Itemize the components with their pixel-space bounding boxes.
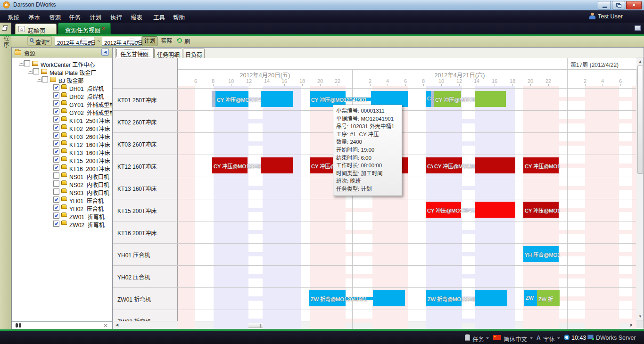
- tree-item[interactable]: YH02 压合机: [12, 204, 112, 212]
- gantt-task-bar[interactable]: [373, 290, 405, 306]
- gantt-task-bar[interactable]: CY 冲: [426, 157, 433, 173]
- gantt-task-bar[interactable]: [475, 157, 515, 173]
- tree-item[interactable]: KT16 200T冲床: [12, 164, 112, 172]
- tree-item[interactable]: YH01 压合机: [12, 196, 112, 204]
- scroll-down-icon[interactable]: ▼: [636, 313, 644, 320]
- gantt-task-bar[interactable]: [261, 157, 293, 173]
- gantt-row-label[interactable]: KT02 260T冲床: [113, 110, 177, 132]
- menu-item-9[interactable]: 帮助: [173, 13, 185, 22]
- tree-item[interactable]: ZW02 折弯机: [12, 220, 112, 228]
- tree-checkbox[interactable]: [53, 188, 59, 195]
- tree-item[interactable]: KT12 160T冲床: [12, 139, 112, 147]
- tree-checkbox[interactable]: [53, 213, 59, 219]
- tree-checkbox[interactable]: [53, 156, 59, 163]
- menu-item-4[interactable]: 任务: [69, 13, 81, 22]
- tree-checkbox[interactable]: [53, 221, 59, 227]
- tree-checkbox[interactable]: [53, 205, 59, 211]
- gantt-task-bar[interactable]: CY 冲压@MO1: [523, 157, 559, 173]
- tree-checkbox[interactable]: [42, 76, 48, 82]
- gantt-row-label[interactable]: YH01 压合机: [113, 243, 177, 265]
- tree-item[interactable]: NS02 内收口机: [12, 180, 112, 188]
- gantt-task-bar[interactable]: [475, 91, 506, 107]
- minimize-button[interactable]: [598, 1, 611, 9]
- tree-checkbox[interactable]: [53, 140, 59, 147]
- query-button[interactable]: 查询: [27, 36, 52, 46]
- tree-checkbox[interactable]: [53, 84, 59, 90]
- gantt-task-bar[interactable]: [475, 290, 507, 306]
- menu-item-8[interactable]: 工具: [153, 13, 165, 22]
- tab-daily-load[interactable]: 日负荷: [183, 49, 205, 58]
- close-button[interactable]: ×: [626, 1, 642, 9]
- menu-item-1[interactable]: 系统: [8, 13, 19, 22]
- tree-item[interactable]: GY01 外桶成型机: [12, 99, 112, 107]
- gantt-task-bar[interactable]: ZW: [524, 290, 537, 306]
- tree-checkbox[interactable]: [53, 148, 59, 155]
- tree-expander-icon[interactable]: −: [28, 69, 33, 74]
- gantt-task-bar[interactable]: CY 冲压@MO12041903: [426, 202, 461, 218]
- tree-item[interactable]: KT13 160T冲床: [12, 147, 112, 156]
- tree-checkbox[interactable]: [24, 60, 30, 66]
- menu-item-6[interactable]: 执行: [110, 13, 122, 22]
- tree-item[interactable]: GY02 外桶成型机: [12, 107, 112, 115]
- tree-checkbox[interactable]: [53, 92, 59, 98]
- scroll-left-icon[interactable]: ◀: [113, 321, 121, 329]
- tree-item[interactable]: DH01 点焊机: [12, 83, 112, 91]
- tree-checkbox[interactable]: [53, 124, 59, 131]
- tab-close-icon[interactable]: ✕: [101, 25, 106, 32]
- gantt-task-bar[interactable]: C: [426, 91, 431, 107]
- gantt-row-label[interactable]: KT01 250T冲床: [113, 88, 177, 110]
- tree-checkbox[interactable]: [53, 100, 59, 106]
- tree-expander-icon[interactable]: −: [19, 61, 24, 66]
- gantt-row-label[interactable]: YH02 压合机: [113, 265, 177, 287]
- status-task-menu[interactable]: 任务: [472, 335, 484, 344]
- vertical-scroll-thumb[interactable]: [637, 66, 643, 174]
- tree-item[interactable]: ZW01 折弯机: [12, 212, 112, 220]
- date-from-input[interactable]: 2012年 4月18日: [55, 37, 94, 46]
- menu-item-7[interactable]: 报表: [131, 13, 142, 22]
- gantt-row-label[interactable]: KT16 200T冲床: [113, 221, 177, 243]
- status-font-menu[interactable]: 字体: [543, 335, 555, 344]
- gantt-task-bar[interactable]: YH 压合@MO1: [523, 246, 559, 262]
- tree-item[interactable]: NS03 内收口机: [12, 188, 112, 196]
- restore-button[interactable]: [612, 1, 625, 9]
- gantt-row-label[interactable]: KT12 160T冲床: [113, 155, 177, 177]
- tree-item[interactable]: −Metal Plate 钣金厂: [12, 67, 112, 75]
- collapse-panel-button[interactable]: ◀: [101, 49, 109, 56]
- gantt-task-bar[interactable]: ZW 折: [537, 290, 560, 306]
- tree-item[interactable]: DH02 点焊机: [12, 91, 112, 99]
- gantt-row-label[interactable]: KT15 200T冲床: [113, 199, 177, 221]
- tree-expander-icon[interactable]: −: [37, 77, 42, 82]
- tab-task-gantt[interactable]: 任务甘特图: [115, 48, 154, 58]
- actual-toggle-button[interactable]: 实际: [159, 36, 174, 46]
- tree-checkbox[interactable]: [53, 197, 59, 203]
- tree-item[interactable]: KT03 260T冲床: [12, 131, 112, 139]
- tab-task-detail[interactable]: 任务明细: [154, 49, 182, 58]
- gantt-row-label[interactable]: KT03 260T冲床: [113, 132, 177, 155]
- date-to-input[interactable]: 2012年 4月30日: [102, 37, 141, 46]
- gantt-task-bar[interactable]: C: [212, 91, 215, 107]
- tree-item[interactable]: −BJ 钣金部: [12, 75, 112, 83]
- tab-resource-task-view[interactable]: 资源任务视图 ✕: [58, 23, 111, 34]
- gantt-task-bar[interactable]: ZW 折弯@MO12041901: [309, 290, 346, 306]
- scroll-up-icon[interactable]: ▲: [636, 58, 644, 66]
- gantt-row-label[interactable]: KT13 160T冲床: [113, 177, 177, 199]
- tree-checkbox[interactable]: [53, 172, 59, 179]
- gantt-task-bar[interactable]: CY 冲压@MO1: [523, 202, 559, 218]
- tree-checkbox[interactable]: [53, 164, 59, 171]
- tree-item[interactable]: KT02 260T冲床: [12, 123, 112, 131]
- program-side-strip[interactable]: 程序: [0, 23, 11, 329]
- gantt-task-bar[interactable]: CY 冲压@MO12041904: [212, 157, 248, 173]
- gantt-task-bar[interactable]: CY 冲压@MO12041901: [215, 91, 248, 107]
- tree-checkbox[interactable]: [53, 116, 59, 123]
- status-language-menu[interactable]: 简体中文: [504, 335, 527, 344]
- gantt-row-label[interactable]: ZW01 折弯机: [113, 287, 177, 310]
- tab-list-icon[interactable]: [635, 25, 641, 31]
- tree-filter-bar[interactable]: ✕: [12, 321, 112, 329]
- tree-checkbox[interactable]: [33, 68, 39, 74]
- tree-checkbox[interactable]: [53, 132, 59, 139]
- menu-item-3[interactable]: 资源: [49, 13, 61, 22]
- gantt-task-bar[interactable]: CY 冲压@MO12041902: [434, 91, 461, 107]
- clear-filter-icon[interactable]: ✕: [103, 322, 108, 329]
- tab-start-page[interactable]: ⌂ 起始页: [15, 24, 57, 34]
- tree-checkbox[interactable]: [53, 108, 59, 115]
